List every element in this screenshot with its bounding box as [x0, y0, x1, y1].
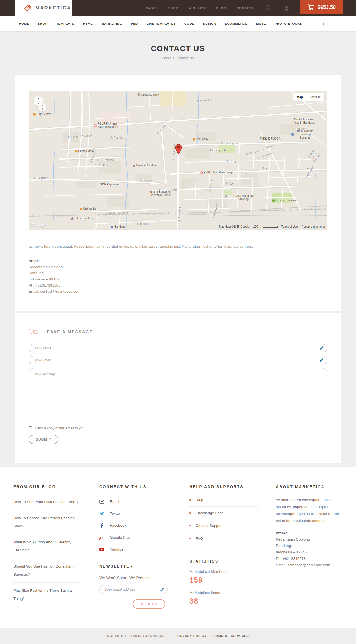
map-label-text: Jl. Pajajaran [33, 176, 48, 180]
header-nav-item[interactable]: SHOP [168, 6, 178, 10]
park-poi-icon [272, 199, 275, 202]
social-link-row: Twitter [99, 511, 168, 516]
leave-message-card: LEAVE A MESSAGE Send a copy of this emai… [15, 313, 341, 463]
report-map-error-link[interactable]: Report a map error [302, 225, 325, 228]
help-link[interactable]: Help [196, 498, 203, 502]
breadcrumb: Home>Contact Us [0, 56, 356, 60]
map-label: Jl. Industri [136, 222, 149, 226]
map-label: Jl. Brig Jend Katamso [306, 148, 322, 164]
map-label: Jl. Sumbawa [212, 203, 219, 220]
map-label-text: The Kiosk [196, 138, 208, 141]
googleplus-link[interactable]: Google Plus [110, 535, 130, 539]
send-copy-checkbox[interactable] [29, 426, 32, 430]
subnav-item[interactable]: PSD [131, 22, 138, 25]
newsletter-email-input[interactable] [99, 585, 168, 594]
logo[interactable]: MARKETICA [15, 0, 72, 16]
blog-list-item: How To Start Your Own Fashion Store? [13, 494, 81, 510]
top-header: MARKETICA PAGESSHOPWISHLISTBLOGCONTACT $… [0, 0, 356, 16]
search-icon[interactable] [265, 5, 272, 11]
satellite-button[interactable]: Satellite [306, 93, 324, 101]
help-link[interactable]: Knowladge Base [196, 511, 224, 515]
map-label: Jl. Merdeka [177, 207, 181, 222]
map-label: Graha Manggala Siliwangi [233, 194, 254, 201]
map-label-text: Jl. Riau [239, 172, 248, 175]
subnav-item[interactable]: MARKETING [101, 22, 122, 25]
subnav-item[interactable]: HOME [19, 22, 29, 25]
subnav-item[interactable]: MUSE [256, 22, 266, 25]
name-input[interactable] [29, 344, 327, 352]
terms-of-services-link[interactable]: TERMS OF SERVICES [211, 634, 249, 638]
email-link[interactable]: Email [110, 499, 119, 504]
header-nav-item[interactable]: CONTACT [237, 6, 254, 10]
office-address: Kecamatan CoblongBandung.Indonesia – 491… [29, 264, 327, 295]
google-map[interactable]: Cihampelas WalkJl. HasanudinRaja SundaHR… [29, 91, 327, 230]
category-nav: HOMESHOPTEMPLATEHTMLMARKETINGPSDCMS TEMP… [0, 16, 356, 32]
blog-list: How To Start Your Own Fashion Store?How … [13, 494, 81, 606]
map-label-text: RSKB Halmahera Siaga [204, 171, 233, 174]
newsletter-heading: NEWSLETTER [99, 564, 168, 568]
stat-label: Marketplace Items [189, 591, 258, 595]
message-textarea[interactable] [29, 368, 327, 421]
contact-intro: ec mollis lorem consequat. Fusce ipsum e… [29, 243, 327, 250]
youtube-link[interactable]: Youtube [110, 547, 123, 551]
chevron-double-down-icon[interactable] [321, 21, 326, 26]
signup-button[interactable]: SIGN UP [133, 599, 165, 609]
social-link-row: Facebook [99, 523, 168, 528]
header-nav-item[interactable]: BLOG [216, 6, 226, 10]
subnav-item[interactable]: DESIGN [203, 22, 216, 25]
map-label-text: Gedung Sate [210, 149, 227, 152]
header-nav-item[interactable]: PAGES [146, 6, 158, 10]
map-pin-icon [175, 144, 182, 155]
facebook-link[interactable]: Facebook [110, 523, 126, 528]
cart-button[interactable]: $653.50 [300, 0, 343, 14]
terms-of-use-link[interactable]: Terms of Use [281, 225, 298, 228]
map-label: Jl. Hasanudin [196, 98, 214, 103]
help-link[interactable]: Contact Support [196, 524, 223, 528]
map-label: The Kiosk [192, 138, 208, 141]
privacy-policy-link[interactable]: PRIVACY POLICY [176, 634, 207, 638]
youtube-icon [99, 547, 104, 552]
food-poi-icon [80, 208, 82, 210]
map-label-text: Jl. Pajajaran [139, 179, 154, 182]
map-label-text: Kantor Imigrasi Kelas I - Bandung [292, 118, 315, 125]
map-label-text: Jl. Aceh [167, 188, 177, 192]
blog-post-link[interactable]: How To Choose The Perfect Fashion Store? [13, 516, 75, 528]
subnav-item[interactable]: HTML [83, 22, 93, 25]
map-label-text: Bank Mandiri Bandung Surapati [295, 130, 315, 140]
blog-post-link[interactable]: How To Start Your Own Fashion Store? [13, 500, 79, 504]
address-line: Indonesia – 12345 [276, 549, 343, 555]
hospital-poi-icon: H [200, 171, 203, 174]
send-copy-label: Send a copy of this email to you [35, 426, 84, 430]
submit-button[interactable]: SUBMIT [29, 435, 58, 444]
subnav-item[interactable]: SHOP [38, 22, 48, 25]
blog-post-link[interactable]: Should You Use Fashion Consultant Servic… [13, 564, 73, 576]
blog-post-link[interactable]: What is So Alluring About Celebrity Fash… [13, 540, 71, 552]
twitter-link[interactable]: Twitter [110, 511, 121, 516]
blog-list-item: Should You Use Fashion Consultant Servic… [13, 558, 81, 583]
cart-total: $653.50 [318, 4, 336, 10]
blog-post-link[interactable]: Plus Size Fashion: Is There Such a Thing… [13, 588, 72, 601]
map-label-text: Jl. Cihapit [257, 167, 269, 170]
header-nav-item[interactable]: WISHLIST [189, 6, 206, 10]
subnav-item[interactable]: CMS TEMPLATES [147, 22, 176, 25]
square-bullet-icon [189, 499, 191, 501]
map-label: Hilton Bandung [71, 217, 93, 220]
breadcrumb-home[interactable]: Home [162, 56, 172, 60]
bank-poi-icon [291, 133, 294, 136]
subnav-item[interactable]: PHOTO STOCKS [275, 22, 302, 25]
map-zoom-control[interactable]: ▴▾ [39, 103, 46, 111]
address-line: Ph. +6212345678 [276, 555, 343, 562]
map-label-text: GOR Pajajaran [100, 183, 119, 186]
map-label: Jl. Citarum [261, 144, 275, 151]
user-icon[interactable] [284, 5, 289, 11]
subnav-item[interactable]: ECOMMERCE [225, 22, 247, 25]
help-link[interactable]: FAQ [196, 536, 203, 541]
email-input[interactable] [29, 356, 327, 364]
blog-list-item: What is So Alluring About Celebrity Fash… [13, 534, 81, 558]
map-label-text: Jl. Seram [208, 180, 214, 192]
subnav-item[interactable]: CODE [184, 22, 194, 25]
map-label-text: Jl. Dr. Rajiman [96, 158, 114, 162]
map-button[interactable]: Map [293, 93, 306, 101]
map-label: Jl. Aceh [167, 188, 177, 192]
subnav-item[interactable]: TEMPLATE [56, 22, 75, 25]
